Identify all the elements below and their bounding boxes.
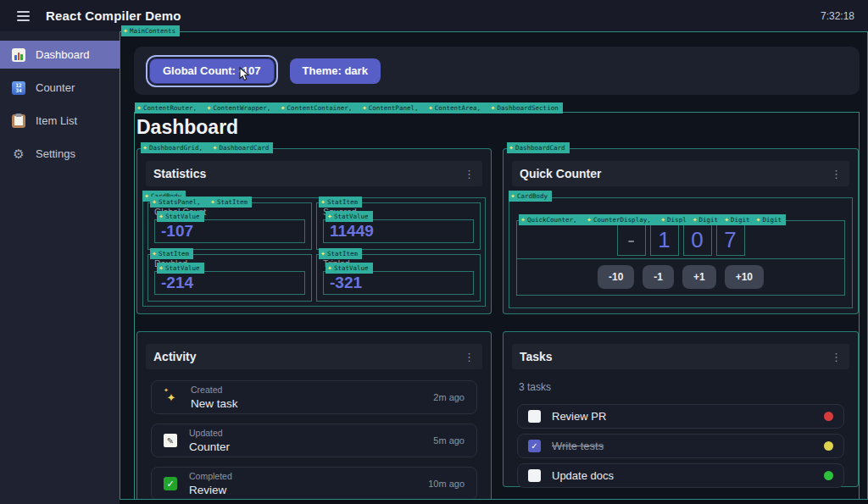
sparkle-icon: ✦ <box>123 28 128 35</box>
card-body: ✦StatsPanel, ✦StatItem Global Count ✦Sta… <box>142 197 486 307</box>
plus-1-button[interactable]: +1 <box>682 265 716 289</box>
plus-10-button[interactable]: +10 <box>725 265 764 289</box>
sparkle-icon: ✦ <box>136 105 142 112</box>
task-row[interactable]: ✓ Write tests <box>517 434 844 458</box>
sparkle-icon: ✦ <box>152 251 157 258</box>
sidebar-item-counter[interactable]: 1234 Counter <box>0 74 120 102</box>
stat-value: -321 <box>330 274 362 291</box>
activity-item: ✎ Updated Counter 5m ago <box>151 424 477 457</box>
theme-button[interactable]: Theme: dark <box>290 58 381 84</box>
sidebar-item-label: Item List <box>36 114 77 127</box>
minus-1-button[interactable]: -1 <box>643 265 674 289</box>
overlay-badge-statvalue: ✦StatValue <box>157 263 204 274</box>
check-mark-icon: ✓ <box>164 477 177 490</box>
sparkle-icon: ✦ <box>428 105 433 112</box>
sidebar-item-dashboard[interactable]: Dashboard <box>0 41 120 69</box>
sparkles-icon: ✦✦ <box>164 390 179 405</box>
card-title: Quick Counter <box>520 167 601 180</box>
overlay-badge-statvalue: ✦StatValue <box>157 211 204 222</box>
quick-counter-card: ✦DashboardCard Quick Counter ⋮ ✦CardBody… <box>503 148 859 314</box>
activity-action: Completed <box>189 471 232 481</box>
sparkle-icon: ✦ <box>213 145 218 152</box>
overlay-badge-dashboardcard: ✦DashboardCard <box>507 142 570 153</box>
sparkle-icon: ✦ <box>693 217 698 224</box>
kebab-menu-icon[interactable]: ⋮ <box>831 169 842 180</box>
checkbox-unchecked[interactable] <box>528 410 541 423</box>
overlay-badge-maincontents: ✦MainContents <box>121 25 180 36</box>
kebab-menu-icon[interactable]: ⋮ <box>464 169 475 180</box>
checkbox-checked[interactable]: ✓ <box>528 440 541 452</box>
overlay-badge-cardbody: ✦CardBody <box>509 191 552 202</box>
counter-sign: - <box>617 224 646 256</box>
card-header: Statistics ⋮ <box>146 161 482 186</box>
minus-10-button[interactable]: -10 <box>598 265 634 289</box>
app-title: React Compiler Demo <box>46 8 181 23</box>
activity-item: ✓ Completed Review 10m ago <box>151 467 477 500</box>
status-dot-green <box>824 471 833 480</box>
sparkle-icon: ✦ <box>159 213 164 220</box>
kebab-menu-icon[interactable]: ⋮ <box>831 352 842 363</box>
overlay-badge-content-row: ✦ContentRouter, ✦ContentWrapper, ✦Conten… <box>135 102 563 114</box>
sidebar-item-label: Counter <box>36 81 75 94</box>
quick-counter-widget: ✦QuickCounter, ✦CounterDisplay, ✦Displ ✦… <box>516 220 845 296</box>
stat-item-doubled: ✦StatItem Doubled ✦StatValue -214 <box>147 254 312 302</box>
gear-icon: ⚙ <box>12 147 25 161</box>
task-row[interactable]: Update docs <box>517 463 844 488</box>
sparkle-icon: ✦ <box>510 193 515 200</box>
clock: 7:32:18 <box>821 10 854 22</box>
bar-chart-icon <box>12 48 25 62</box>
sparkle-icon: ✦ <box>520 217 526 224</box>
dashboard-section: Dashboard ✦DashboardGrid, ✦DashboardCard… <box>134 112 860 500</box>
menu-icon[interactable] <box>17 11 32 21</box>
counter-digit: 7 <box>716 224 745 256</box>
card-header: Tasks ⋮ <box>512 344 849 369</box>
status-dot-red <box>824 412 833 421</box>
kebab-menu-icon[interactable]: ⋮ <box>464 352 475 363</box>
stat-item-tripled: ✦StatItem Tripled ✦StatValue -321 <box>316 254 481 302</box>
sidebar-item-settings[interactable]: ⚙ Settings <box>0 140 120 168</box>
sidebar-item-item-list[interactable]: Item List <box>0 107 120 135</box>
overlay-badge-statvalue: ✦StatValue <box>326 263 373 274</box>
activity-item: ✦✦ Created New task 2m ago <box>151 380 477 414</box>
task-label: Review PR <box>552 410 606 423</box>
overlay-badge-statspanel: ✦StatsPanel, ✦StatItem <box>150 197 252 208</box>
global-count-button[interactable]: Global Count: -107 <box>149 58 275 84</box>
card-header: Quick Counter ⋮ <box>512 161 849 186</box>
overlay-badge-quickcounter: ✦QuickCounter, ✦CounterDisplay, ✦Displ ✦… <box>519 214 786 225</box>
numbers-icon: 1234 <box>12 81 25 95</box>
sidebar-item-label: Settings <box>36 147 75 160</box>
checkbox-unchecked[interactable] <box>528 469 541 482</box>
page-title: Dashboard <box>136 116 859 139</box>
sparkle-icon: ✦ <box>320 199 326 206</box>
overlay-badge-statitem: ✦StatItem <box>150 248 193 259</box>
stat-value: 11449 <box>330 222 374 240</box>
task-row[interactable]: Review PR <box>517 404 844 429</box>
card-header: Activity ⋮ <box>146 344 482 369</box>
counter-digit: 0 <box>683 224 712 256</box>
sparkle-icon: ✦ <box>210 199 215 206</box>
mouse-cursor <box>238 67 253 82</box>
activity-time: 2m ago <box>433 392 465 402</box>
sparkle-icon: ✦ <box>587 217 592 224</box>
sparkle-icon: ✦ <box>660 217 665 224</box>
task-label: Write tests <box>552 440 604 452</box>
activity-card: Activity ⋮ ✦✦ Created New task 2m ago ✎ <box>136 331 492 500</box>
sparkle-icon: ✦ <box>152 199 157 206</box>
tasks-card: Tasks ⋮ 3 tasks Review PR ✓ Write tests <box>503 331 859 487</box>
card-title: Statistics <box>153 167 206 180</box>
statistics-card: ✦DashboardGrid, ✦DashboardCard Statistic… <box>136 148 492 314</box>
overlay-badge-dashboardgrid: ✦DashboardGrid, ✦DashboardCard <box>141 142 273 153</box>
activity-time: 10m ago <box>428 479 465 489</box>
main-content: Global Count: -107 Theme: dark ✦ContentR… <box>120 31 868 500</box>
activity-list: ✦✦ Created New task 2m ago ✎ Updated Cou… <box>137 369 491 500</box>
counter-buttons: -10 -1 +1 +10 <box>517 259 844 295</box>
counter-digit: 1 <box>650 224 679 256</box>
app-window: React Compiler Demo 7:32:18 ✦MainContent… <box>0 0 868 504</box>
activity-action: Created <box>191 385 238 395</box>
card-title: Tasks <box>520 350 553 363</box>
overlay-badge-statitem: ✦StatItem <box>319 197 362 208</box>
sparkle-icon: ✦ <box>142 145 147 152</box>
stats-grid: ✦StatsPanel, ✦StatItem Global Count ✦Sta… <box>143 198 485 306</box>
sparkle-icon: ✦ <box>327 265 332 272</box>
activity-subject: Review <box>189 484 232 496</box>
